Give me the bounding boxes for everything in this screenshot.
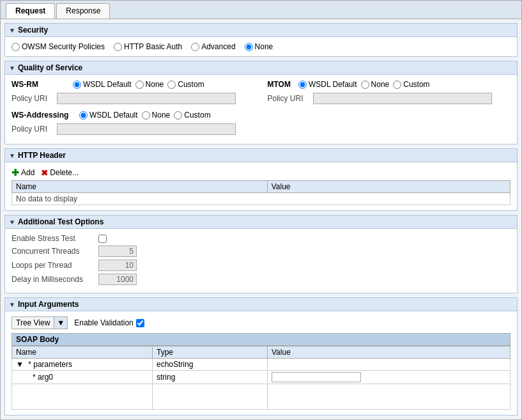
additional-test-options-title: Additional Test Options [18, 217, 104, 226]
delay-in-ms-input[interactable] [98, 274, 137, 285]
soap-cell-parameters-type: echoString [153, 359, 268, 371]
tree-view-select[interactable]: Tree View ▼ [12, 316, 68, 329]
delete-button[interactable]: ✖ Delete... [41, 168, 79, 178]
wsaddr-custom-radio[interactable] [174, 111, 182, 120]
wsrm-wsdl-default-label: WSDL Default [83, 80, 132, 89]
security-title: Security [18, 26, 48, 35]
security-advanced-label: Advanced [201, 42, 235, 51]
wsaddr-wsdl-default-radio[interactable] [79, 111, 88, 120]
qos-collapse-icon[interactable]: ▼ [9, 65, 15, 72]
http-header-section: ▼ HTTP Header ✚ Add ✖ Delete... Name Val… [4, 148, 518, 211]
loops-per-thread-input[interactable] [98, 260, 137, 271]
wsrm-wsdl-default-radio[interactable] [73, 81, 81, 89]
plus-icon: ✚ [12, 167, 19, 178]
wsaddr-label: WS-Addressing [12, 111, 75, 120]
wsrm-policy-uri-row: Policy URI [12, 93, 255, 104]
mtom-policy-uri-label: Policy URI [268, 94, 309, 103]
mtom-col: MTOM WSDL Default None Custom [255, 80, 511, 108]
main-container: Request Response ▼ Security OWSM Securit… [0, 0, 522, 420]
additional-options-collapse-icon[interactable]: ▼ [9, 219, 15, 226]
mtom-wsdl-default-label: WSDL Default [309, 80, 357, 89]
loops-per-thread-row: Loops per Thread [12, 260, 510, 271]
tree-view-dropdown-arrow[interactable]: ▼ [54, 317, 67, 329]
wsaddr-options-row: WS-Addressing WSDL Default None Custom [12, 111, 510, 120]
input-arguments-header: ▼ Input Arguments [5, 298, 517, 311]
enable-validation-label: Enable Validation [74, 318, 134, 327]
header-col-name: Name [12, 181, 268, 193]
soap-empty-row [12, 384, 510, 410]
add-button[interactable]: ✚ Add [12, 167, 35, 178]
security-advanced-radio[interactable] [191, 43, 199, 51]
delete-label: Delete... [50, 168, 79, 177]
header-col-value: Value [267, 181, 510, 193]
wsaddr-row: WS-Addressing WSDL Default None Custom [12, 111, 510, 135]
tab-response[interactable]: Response [56, 3, 110, 19]
security-body: OWSM Security Policies HTTP Basic Auth A… [5, 37, 517, 56]
additional-test-options-body: Enable Stress Test Concurrent Threads Lo… [5, 229, 517, 293]
mtom-policy-uri-input[interactable] [313, 93, 492, 104]
soap-cell-arg0-type: string [153, 371, 268, 384]
wsaddr-custom-label: Custom [184, 111, 210, 120]
arg0-value-input[interactable] [272, 372, 361, 382]
wsaddr-none-radio[interactable] [142, 111, 150, 120]
wsaddr-policy-uri-input[interactable] [57, 123, 236, 135]
qos-body: WS-RM WSDL Default None Custom [5, 75, 517, 144]
add-label: Add [21, 168, 35, 177]
input-arguments-section: ▼ Input Arguments Tree View ▼ Enable Val… [4, 297, 518, 416]
security-none: None [245, 42, 273, 51]
wsrm-none: None [135, 80, 164, 89]
enable-validation-group: Enable Validation [74, 318, 144, 327]
soap-cell-parameters-value [268, 359, 510, 371]
wsrm-label: WS-RM [12, 80, 69, 89]
wsaddr-policy-uri-label: Policy URI [12, 125, 53, 134]
tab-request[interactable]: Request [6, 3, 55, 19]
soap-cell-arg0-name: * arg0 [12, 371, 153, 384]
no-data-row: No data to display [12, 193, 510, 205]
mtom-custom: Custom [393, 80, 429, 89]
security-section: ▼ Security OWSM Security Policies HTTP B… [4, 23, 518, 57]
wsrm-none-label: None [146, 80, 164, 89]
security-none-radio[interactable] [245, 43, 253, 51]
concurrent-threads-input[interactable] [98, 245, 137, 257]
wsrm-custom-label: Custom [178, 80, 204, 89]
soap-row-arg0: * arg0 string [12, 371, 510, 384]
mtom-none-radio[interactable] [361, 81, 369, 89]
security-http-basic: HTTP Basic Auth [114, 42, 182, 51]
enable-validation-checkbox[interactable] [136, 319, 144, 327]
security-http-basic-radio[interactable] [114, 43, 122, 51]
wsaddr-none-label: None [152, 111, 171, 120]
wsrm-custom-radio[interactable] [167, 81, 176, 89]
loops-per-thread-label: Loops per Thread [12, 261, 95, 270]
mtom-wsdl-default: WSDL Default [298, 80, 357, 89]
expand-icon-parameters[interactable]: ▼ [16, 360, 24, 369]
mtom-wsdl-default-radio[interactable] [298, 81, 307, 89]
input-args-collapse-icon[interactable]: ▼ [9, 301, 15, 308]
mtom-none: None [361, 80, 390, 89]
add-delete-row: ✚ Add ✖ Delete... [12, 167, 510, 178]
mtom-options-row: MTOM WSDL Default None Custom [268, 80, 511, 89]
enable-stress-test-checkbox[interactable] [98, 235, 107, 243]
mtom-custom-radio[interactable] [393, 81, 401, 89]
http-header-collapse-icon[interactable]: ▼ [9, 152, 15, 159]
mtom-custom-label: Custom [403, 80, 429, 89]
tab-bar: Request Response [1, 1, 521, 19]
wsaddr-policy-uri-row: Policy URI [12, 123, 510, 135]
soap-empty-value [268, 384, 510, 410]
qos-header: ▼ Quality of Service [5, 61, 517, 75]
security-owsm-radio[interactable] [12, 43, 20, 51]
wsrm-wsdl-default: WSDL Default [73, 80, 132, 89]
wsrm-none-radio[interactable] [135, 81, 144, 89]
enable-stress-test-label: Enable Stress Test [12, 234, 95, 243]
qos-title: Quality of Service [18, 63, 82, 72]
concurrent-threads-label: Concurrent Threads [12, 247, 95, 256]
delay-in-ms-label: Delay in Milliseconds [12, 275, 95, 284]
soap-empty-name [12, 384, 153, 410]
wsaddr-custom: Custom [174, 111, 210, 120]
input-arguments-title: Input Arguments [18, 300, 79, 309]
security-collapse-icon[interactable]: ▼ [9, 27, 15, 34]
soap-cell-arg0-value [268, 371, 510, 384]
wsrm-policy-uri-input[interactable] [57, 93, 236, 104]
soap-cell-parameters-name: ▼ * parameters [12, 359, 153, 371]
soap-table: Name Type Value ▼ * parameters echoStrin… [12, 346, 510, 410]
soap-body-header: SOAP Body [12, 333, 510, 346]
